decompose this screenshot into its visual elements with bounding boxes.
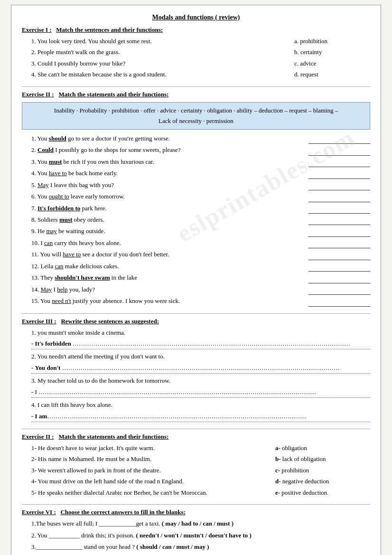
ex2-num: Exercise II : bbox=[22, 91, 54, 98]
ex4-row-5: 5- He speaks neither dialectal Arabic no… bbox=[31, 488, 370, 498]
ex3-title: Rewrite these sentences as suggested: bbox=[61, 318, 159, 325]
ex3-num: Exercise III : bbox=[22, 318, 56, 325]
ex2-row-3: 3. You must be rich if you own this luxu… bbox=[31, 157, 370, 167]
ex5-title: Choose the correct answers to fill in th… bbox=[60, 508, 185, 516]
exercise-1-block: Exercise I : Match the sentences and the… bbox=[22, 26, 370, 80]
ex3-item-1-answer: - It's forbidden ……………………………………………………………… bbox=[31, 339, 370, 349]
ex3-item-4-prompt: 4. I can lift this heavy box alone. bbox=[31, 400, 370, 410]
ex4-num: Exercise II : bbox=[22, 433, 54, 440]
exercise-5-header: Exercise VI : Choose the correct answers… bbox=[22, 508, 370, 516]
page-title: Modals and functions ( review) bbox=[22, 14, 370, 21]
ex3-item-4-answer: - I am…………………………………………………………………………………………… bbox=[31, 411, 370, 422]
ex2-row-4: 4. You have to be back home early. bbox=[31, 168, 370, 179]
ex5-row-1: 1.The buses were all full; I ___________… bbox=[31, 518, 370, 528]
ex5-row-4: 4.You ____________ring the bell; I have … bbox=[31, 554, 370, 555]
blue-functions-box: Inability · Probability · prohibition · … bbox=[22, 102, 370, 130]
ex4-row-1: 1- He doesn't have to wear jacket. It's … bbox=[31, 443, 370, 453]
exercise-2-block: Exercise II : Match the statements and t… bbox=[22, 91, 370, 307]
ex2-row-1: 1. You should go to see a doctor if you'… bbox=[31, 133, 370, 144]
exercise-4-block: Exercise II : Match the statements and t… bbox=[22, 433, 370, 498]
ex3-item-1-prompt: 1. you mustn't smoke inside a cinema. bbox=[31, 328, 370, 338]
ex4-row-3: 3- We weren't allowed to park in front o… bbox=[31, 465, 370, 475]
divider-1 bbox=[22, 86, 370, 87]
exercise-2-header: Exercise II : Match the statements and t… bbox=[22, 91, 370, 98]
ex5-num: Exercise VI : bbox=[22, 508, 56, 516]
ex4-row-2: 2- His name is Mohamed. He must be a Mus… bbox=[31, 454, 370, 464]
divider-2 bbox=[22, 313, 370, 314]
divider-4 bbox=[22, 504, 370, 505]
blue-line1: Inability · Probability · prohibition · … bbox=[54, 107, 338, 114]
ex1-row-4: 4. She can't be mistaken because she is … bbox=[31, 69, 370, 79]
ex4-title: Match the statements and their functions… bbox=[58, 433, 168, 440]
ex1-title: Match the sentences and their functions: bbox=[56, 26, 163, 33]
ex3-item-2-prompt: 2. You needn't attend the meeting if you… bbox=[31, 351, 370, 361]
ex5-row-2: 2. You __________ drink this; it's poiso… bbox=[31, 530, 370, 540]
ex2-row-12: 12. Leila can make delicious cakes. bbox=[31, 261, 370, 272]
ex2-row-2: 2. Could I possibly go to the shops for … bbox=[31, 145, 370, 155]
ex3-item-2-answer: - You don't …………………………………………………………………………… bbox=[31, 363, 370, 374]
exercise-1-header: Exercise I : Match the sentences and the… bbox=[22, 26, 370, 34]
page: Modals and functions ( review) Exercise … bbox=[11, 5, 381, 555]
blue-line2: Lack of necessity · permission bbox=[159, 117, 233, 124]
ex2-row-10: 10. I can carry this heavy box alone. bbox=[31, 238, 370, 248]
ex1-row-1: 1. You look very tired. You should get s… bbox=[31, 36, 370, 46]
ex2-row-8: 8. Soldiers must obey orders. bbox=[31, 215, 370, 225]
ex2-title: Match the statements and their functions… bbox=[58, 91, 168, 98]
ex1-row-3: 3. Could I possibly borrow your bike? c.… bbox=[31, 58, 370, 68]
ex2-row-5: 5. May I leave this bag with you? bbox=[31, 180, 370, 190]
ex2-row-9: 9. He may be waiting outside. bbox=[31, 226, 370, 236]
exercise-5-block: Exercise VI : Choose the correct answers… bbox=[22, 508, 370, 555]
ex3-item-3-prompt: 3. My teacher told us to do the homework… bbox=[31, 376, 370, 386]
exercise-4-header: Exercise II : Match the statements and t… bbox=[22, 433, 370, 441]
ex2-row-11: 11. You will have to see a doctor if you… bbox=[31, 249, 370, 260]
ex1-num: Exercise I : bbox=[22, 26, 52, 33]
exercise-3-block: Exercise III : Rewrite these sentences a… bbox=[22, 318, 370, 423]
ex2-row-13: 13. They shouldn't have swam in the lake bbox=[31, 273, 370, 283]
ex5-row-3: 3._______________ stand on your head ? (… bbox=[31, 542, 370, 552]
ex3-item-3-answer: - I ………………………………………………………………………………………………… bbox=[31, 387, 370, 398]
ex2-row-14: 14. May I help you, lady? bbox=[31, 284, 370, 295]
ex4-row-4: 4- You must drive on the left hand side … bbox=[31, 476, 370, 486]
divider-3 bbox=[22, 429, 370, 429]
ex2-row-15: 15. You need n't justify your absence. I… bbox=[31, 296, 370, 306]
ex2-row-7: 7. It's forbidden to park here. bbox=[31, 203, 370, 214]
exercise-3-header: Exercise III : Rewrite these sentences a… bbox=[22, 318, 370, 325]
ex1-row-2: 2. People mustn't walk on the grass. b. … bbox=[31, 47, 370, 57]
ex2-row-6: 6. You ought to leave early tomorrow. bbox=[31, 191, 370, 202]
